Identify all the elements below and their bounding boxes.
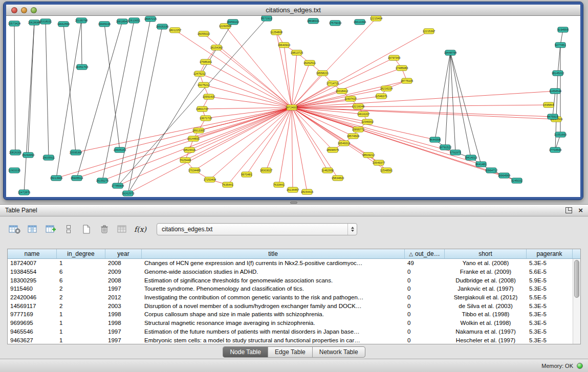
cell-pagerank[interactable]: 5.3E-5 [527,320,573,326]
close-window-button[interactable] [11,7,17,13]
table-row[interactable]: 946362711997Embryonic stem cells: a mode… [8,336,580,344]
table-row[interactable]: 1872400712008Changes of HCN gene express… [8,259,580,268]
cell-title[interactable]: Estimation of significance thresholds fo… [142,277,405,283]
graph-node[interactable]: 18724007 [286,105,298,110]
graph-node[interactable]: 15318031 [39,19,52,24]
table-settings-button[interactable] [8,223,21,235]
graph-node[interactable]: 7633441 [273,182,284,187]
graph-node[interactable]: 20826306 [9,150,21,155]
graph-node[interactable]: 8644398 [429,137,440,142]
graph-node[interactable]: 10573424 [8,21,20,26]
graph-node[interactable]: 18012257 [169,28,181,33]
graph-node[interactable]: 19448794 [444,50,456,55]
graph-edge[interactable] [292,107,307,192]
cell-in_degree[interactable]: 2 [57,286,105,292]
graph-edge[interactable] [46,21,49,158]
window-titlebar[interactable]: citations_edges.txt [6,5,580,16]
cell-title[interactable]: Estimation of the future numbers of pati… [142,329,405,335]
cell-name[interactable]: 19384554 [8,269,57,275]
graph-node[interactable]: 11051663 [554,132,567,137]
column-header-out_degree[interactable]: △out_de… [405,249,445,258]
table-row[interactable]: 1938455462009Genome-wide association stu… [8,268,580,276]
new-document-button[interactable] [80,223,93,235]
graph-node[interactable]: 9245032 [511,178,522,183]
column-header-title[interactable]: title [142,249,405,258]
cell-out_degree[interactable]: 0 [405,329,445,335]
graph-node[interactable]: 18509212 [362,152,375,158]
cell-pagerank[interactable]: 5.3E-5 [527,286,573,292]
network-canvas[interactable]: 1872400718012257160550221226058416154360… [6,16,580,197]
cell-year[interactable]: 2003 [105,303,142,309]
cell-out_degree[interactable]: 0 [405,277,445,283]
graph-edge[interactable] [292,81,407,107]
graph-node[interactable]: 12475212 [193,71,206,76]
graph-node[interactable]: 19801737 [196,106,208,112]
cell-title[interactable]: Changes of HCN gene expression and I(f) … [142,260,405,266]
column-header-short[interactable]: short [445,249,527,258]
graph-edge[interactable] [24,23,34,192]
row-tools-button[interactable] [62,223,75,235]
graph-edge[interactable] [175,30,292,107]
graph-node[interactable]: 12610651 [128,18,140,23]
column-header-in_degree[interactable]: in_degree [57,249,105,258]
graph-edge[interactable] [118,18,267,186]
cell-year[interactable]: 1998 [105,311,142,317]
cell-short[interactable]: Stergiakouli et al. (2012) [445,294,527,300]
graph-node[interactable]: 11254808 [270,30,282,35]
graph-node[interactable]: 16505339 [156,24,168,29]
cell-name[interactable]: 22420046 [8,294,57,300]
graph-node[interactable]: 12548561 [380,168,393,173]
table-row[interactable]: 2242004622012Investigating the contribut… [8,293,580,302]
graph-node[interactable]: 12215397 [423,29,435,34]
graph-node[interactable]: 13671720 [200,116,212,121]
graph-node[interactable]: 18154416 [301,189,313,194]
graph-edge[interactable] [14,24,15,152]
cell-name[interactable]: 9463627 [8,337,57,343]
graph-edge[interactable] [77,107,292,178]
graph-node[interactable]: 13216048 [352,104,364,109]
graph-node[interactable]: 9970481 [241,172,252,177]
graph-edge[interactable] [118,19,150,186]
graph-node[interactable]: 19414013 [465,155,477,160]
cell-name[interactable]: 14569117 [8,303,57,309]
graph-node[interactable]: 11546371 [375,94,387,99]
tab-network-table[interactable]: Network Table [313,347,365,357]
graph-node[interactable]: 10964712 [485,168,497,173]
graph-edge[interactable] [450,53,481,164]
select-columns-button[interactable] [26,223,39,235]
cell-out_degree[interactable]: 0 [405,294,445,300]
cell-pagerank[interactable]: 5.3E-5 [527,329,573,335]
graph-edge[interactable] [292,107,293,190]
graph-node[interactable]: 20605163 [114,147,126,152]
cell-out_degree[interactable]: 0 [405,303,445,309]
delete-button[interactable] [98,223,111,235]
graph-edge[interactable] [76,107,292,152]
cell-name[interactable]: 9699695 [8,320,57,326]
cell-out_degree[interactable]: 0 [405,311,445,317]
graph-edge[interactable] [185,107,292,160]
tab-node-table[interactable]: Node Table [223,347,268,357]
graph-node[interactable]: 16791522 [439,145,451,150]
graph-edge[interactable] [209,97,292,107]
graph-edge[interactable] [81,20,82,67]
cell-title[interactable]: Genome-wide association studies in ADHD. [142,269,405,275]
cell-title[interactable]: Structural magnetic resonance image aver… [142,320,405,326]
graph-node[interactable]: 8475915 [547,114,558,119]
graph-edge[interactable] [292,31,429,107]
function-builder-button[interactable]: f(x) [134,223,147,235]
cell-in_degree[interactable]: 1 [57,320,105,326]
graph-node[interactable]: 17785904 [112,183,124,188]
graph-node[interactable]: 19262573 [122,191,134,196]
graph-node[interactable]: 20628086 [28,20,40,25]
cell-in_degree[interactable]: 1 [57,311,105,317]
graph-node[interactable]: 11546902 [361,119,374,124]
graph-node[interactable]: 16216224 [380,86,393,91]
graph-edge[interactable] [292,96,381,107]
cell-short[interactable]: Hescheler et al. (1997) [445,337,527,343]
cell-year[interactable]: 2008 [105,260,142,266]
graph-edge[interactable] [279,107,292,185]
graph-node[interactable]: 18698331 [307,18,319,24]
graph-node[interactable]: 15905514 [71,176,83,181]
graph-edge[interactable] [63,24,76,152]
graph-node[interactable]: 8641481 [475,162,486,167]
